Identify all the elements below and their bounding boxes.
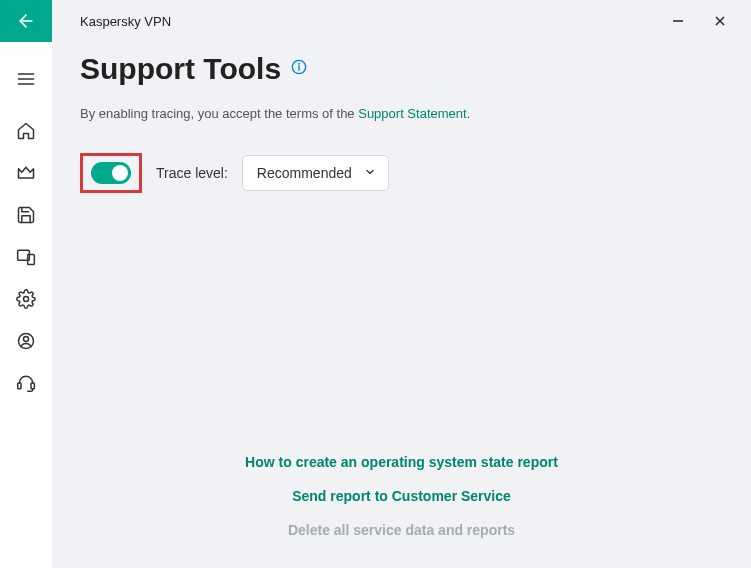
footer-links: How to create an operating system state … [80, 454, 723, 538]
trace-level-label: Trace level: [156, 165, 228, 181]
sidebar-item-settings[interactable] [0, 278, 52, 320]
arrow-left-icon [16, 11, 36, 31]
trace-level-dropdown[interactable]: Recommended [242, 155, 389, 191]
crown-icon [16, 163, 36, 183]
minimize-button[interactable] [657, 0, 699, 42]
info-button[interactable] [291, 59, 307, 79]
devices-icon [16, 247, 36, 267]
close-icon [713, 14, 727, 28]
app-title: Kaspersky VPN [80, 14, 171, 29]
svg-point-16 [299, 63, 300, 64]
titlebar: Kaspersky VPN [52, 0, 751, 42]
sidebar-item-support[interactable] [0, 362, 52, 404]
home-icon [16, 121, 36, 141]
gear-icon [16, 289, 36, 309]
minimize-icon [671, 14, 685, 28]
svg-point-6 [24, 297, 29, 302]
link-send-report[interactable]: Send report to Customer Service [292, 488, 511, 504]
link-create-report[interactable]: How to create an operating system state … [245, 454, 558, 470]
close-button[interactable] [699, 0, 741, 42]
main-panel: Kaspersky VPN Support Tools By enabling … [52, 0, 751, 568]
highlight-annotation [80, 153, 142, 193]
svg-rect-9 [18, 383, 21, 389]
save-icon [16, 205, 36, 225]
chevron-down-icon [364, 165, 376, 181]
notice-text-prefix: By enabling tracing, you accept the term… [80, 106, 358, 121]
sidebar-item-devices[interactable] [0, 236, 52, 278]
trace-row: Trace level: Recommended [80, 153, 723, 193]
sidebar-item-home[interactable] [0, 110, 52, 152]
tracing-toggle[interactable] [91, 162, 131, 184]
tracing-notice: By enabling tracing, you accept the term… [80, 106, 723, 121]
menu-icon [16, 69, 36, 89]
dropdown-value: Recommended [257, 165, 352, 181]
headset-icon [16, 373, 36, 393]
toggle-knob [112, 165, 128, 181]
sidebar-item-profile[interactable] [0, 320, 52, 362]
content: Support Tools By enabling tracing, you a… [52, 42, 751, 568]
svg-rect-10 [31, 383, 34, 389]
link-delete-data: Delete all service data and reports [288, 522, 515, 538]
user-icon [16, 331, 36, 351]
menu-button[interactable] [0, 58, 52, 100]
support-statement-link[interactable]: Support Statement [358, 106, 466, 121]
notice-text-suffix: . [467, 106, 471, 121]
sidebar-item-save[interactable] [0, 194, 52, 236]
info-icon [291, 59, 307, 75]
back-button[interactable] [0, 0, 52, 42]
page-title-row: Support Tools [80, 52, 723, 86]
sidebar [0, 0, 52, 568]
svg-point-8 [24, 336, 29, 341]
sidebar-item-crown[interactable] [0, 152, 52, 194]
page-title: Support Tools [80, 52, 281, 86]
